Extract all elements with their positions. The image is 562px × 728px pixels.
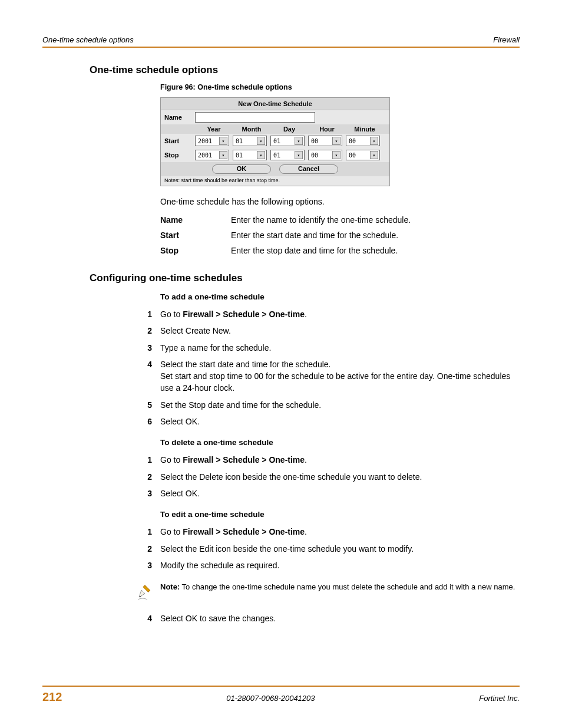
procedure-steps: 4Select OK to save the changes. — [137, 610, 520, 627]
company-name: Fortinet Inc. — [479, 694, 520, 703]
section-title-options: One-time schedule options — [90, 64, 520, 76]
note-block: Note: To change the one-time schedule na… — [137, 582, 520, 602]
col-minute: Minute — [346, 126, 384, 133]
chevron-down-icon: ▾ — [219, 137, 227, 145]
figure-onetime-schedule: New One-time Schedule Name Year Month Da… — [160, 97, 390, 186]
page-header: One-time schedule options Firewall — [42, 35, 520, 48]
chevron-down-icon: ▾ — [257, 151, 265, 159]
chevron-down-icon: ▾ — [332, 137, 340, 145]
start-year-select[interactable]: 2001▾ — [195, 136, 229, 146]
stop-minute-select[interactable]: 00▾ — [346, 150, 380, 160]
chevron-down-icon: ▾ — [332, 151, 340, 159]
stop-hour-select[interactable]: 00▾ — [308, 150, 342, 160]
procedure-title: To delete a one-time schedule — [160, 438, 520, 447]
figure-name-label: Name — [164, 114, 195, 121]
procedure-steps: 1Go to Firewall > Schedule > One-time. 2… — [137, 306, 520, 430]
start-label: Start — [164, 137, 195, 144]
def-term: Start — [160, 230, 231, 240]
chevron-down-icon: ▾ — [257, 137, 265, 145]
header-right: Firewall — [493, 35, 520, 44]
doc-id: 01-28007-0068-20041203 — [226, 694, 315, 703]
page-number: 212 — [42, 690, 62, 704]
stop-month-select[interactable]: 01▾ — [233, 150, 267, 160]
def-desc: Enter the start date and time for the sc… — [231, 230, 520, 240]
def-term: Name — [160, 215, 231, 225]
cancel-button[interactable]: Cancel — [279, 164, 338, 174]
col-month: Month — [233, 126, 270, 133]
col-hour: Hour — [308, 126, 346, 133]
def-desc: Enter the stop date and time for the sch… — [231, 246, 520, 255]
col-day: Day — [270, 126, 308, 133]
col-year: Year — [195, 126, 233, 133]
figure-footnote: Notes: start time should be earlier than… — [161, 176, 389, 186]
figure-caption: Figure 96: One-time schedule options — [160, 83, 520, 91]
figure-title: New One-time Schedule — [161, 98, 389, 110]
chevron-down-icon: ▾ — [370, 137, 378, 145]
note-pencil-icon — [137, 582, 160, 602]
procedure-title: To add a one-time schedule — [160, 292, 520, 301]
stop-label: Stop — [164, 151, 195, 159]
procedure-steps: 1Go to Firewall > Schedule > One-time. 2… — [137, 523, 520, 574]
svg-rect-0 — [143, 585, 150, 592]
header-left: One-time schedule options — [42, 35, 134, 44]
page-footer: 212 01-28007-0068-20041203 Fortinet Inc. — [42, 686, 520, 704]
def-term: Stop — [160, 246, 231, 255]
chevron-down-icon: ▾ — [295, 151, 303, 159]
chevron-down-icon: ▾ — [370, 151, 378, 159]
stop-day-select[interactable]: 01▾ — [270, 150, 305, 160]
start-day-select[interactable]: 01▾ — [270, 136, 305, 146]
start-minute-select[interactable]: 00▾ — [346, 136, 380, 146]
section-title-configuring: Configuring one-time schedules — [90, 272, 520, 284]
chevron-down-icon: ▾ — [295, 137, 303, 145]
definition-table: NameEnter the name to identify the one-t… — [160, 212, 520, 258]
procedure-steps: 1Go to Firewall > Schedule > One-time. 2… — [137, 452, 520, 502]
stop-year-select[interactable]: 2001▾ — [195, 150, 229, 160]
intro-text: One-time schedule has the following opti… — [160, 197, 520, 206]
ok-button[interactable]: OK — [212, 164, 271, 174]
chevron-down-icon: ▾ — [219, 151, 227, 159]
name-input[interactable] — [195, 112, 315, 123]
start-month-select[interactable]: 01▾ — [233, 136, 267, 146]
procedure-title: To edit a one-time schedule — [160, 510, 520, 519]
start-hour-select[interactable]: 00▾ — [308, 136, 342, 146]
def-desc: Enter the name to identify the one-time … — [231, 215, 520, 225]
figure-col-headers: Year Month Day Hour Minute — [161, 124, 389, 134]
